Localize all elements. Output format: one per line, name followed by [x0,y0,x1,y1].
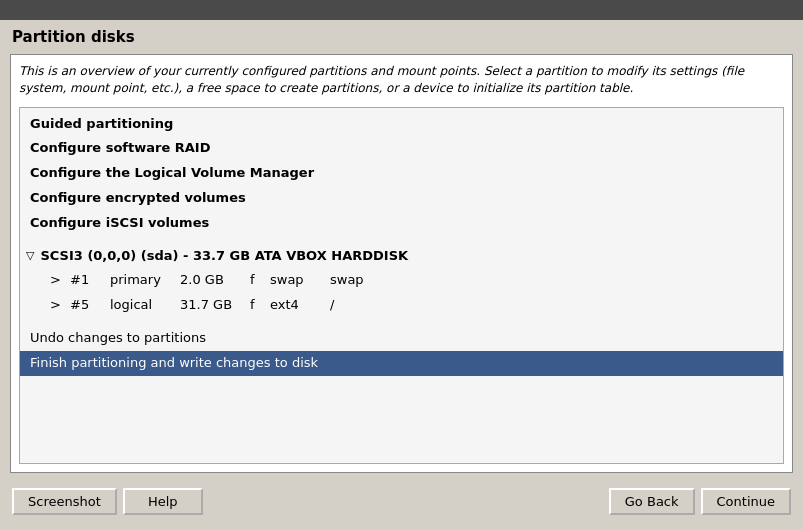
configure-encrypted-item[interactable]: Configure encrypted volumes [20,186,783,211]
configure-iscsi-item[interactable]: Configure iSCSI volumes [20,211,783,236]
partition-row-2[interactable]: > #5 logical 31.7 GB f ext4 / [20,293,783,318]
partition-fstype-2: ext4 [270,295,330,316]
configure-raid-item[interactable]: Configure software RAID [20,136,783,161]
partition-mount-1: swap [330,270,370,291]
undo-changes-item[interactable]: Undo changes to partitions [20,326,783,351]
go-back-button[interactable]: Go Back [609,488,695,515]
disk-header[interactable]: ▽ SCSI3 (0,0,0) (sda) - 33.7 GB ATA VBOX… [20,244,783,269]
partition-flag-2: f [250,295,270,316]
partition-list: Guided partitioning Configure software R… [19,107,784,464]
main-container: Partition disks This is an overview of y… [0,20,803,529]
disk-label: SCSI3 (0,0,0) (sda) - 33.7 GB ATA VBOX H… [40,246,408,267]
partition-arrow-2: > [50,295,70,316]
page-title: Partition disks [10,28,793,46]
separator-1 [20,236,783,244]
title-bar [0,0,803,20]
finish-partitioning-item[interactable]: Finish partitioning and write changes to… [20,351,783,376]
screenshot-button[interactable]: Screenshot [12,488,117,515]
partition-arrow-1: > [50,270,70,291]
bottom-bar: Screenshot Help Go Back Continue [10,481,793,521]
right-buttons: Go Back Continue [609,488,791,515]
help-button[interactable]: Help [123,488,203,515]
partition-size-1: 2.0 GB [180,270,250,291]
partition-num-1: #1 [70,270,110,291]
separator-2 [20,318,783,326]
partition-size-2: 31.7 GB [180,295,250,316]
partition-type-2: logical [110,295,180,316]
partition-num-2: #5 [70,295,110,316]
partition-row-1[interactable]: > #1 primary 2.0 GB f swap swap [20,268,783,293]
disk-expand-arrow: ▽ [26,247,34,265]
left-buttons: Screenshot Help [12,488,203,515]
partition-mount-2: / [330,295,370,316]
configure-lvm-item[interactable]: Configure the Logical Volume Manager [20,161,783,186]
partition-fstype-1: swap [270,270,330,291]
continue-button[interactable]: Continue [701,488,791,515]
guided-partitioning-item[interactable]: Guided partitioning [20,112,783,137]
partition-flag-1: f [250,270,270,291]
partition-type-1: primary [110,270,180,291]
info-text: This is an overview of your currently co… [19,63,784,97]
content-box: This is an overview of your currently co… [10,54,793,473]
